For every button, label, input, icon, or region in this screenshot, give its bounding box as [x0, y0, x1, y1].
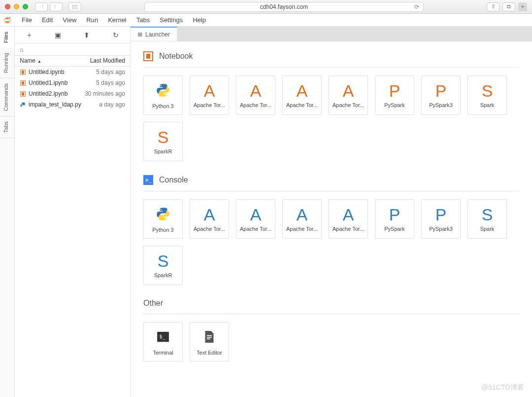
- kernel-glyph-icon: A: [343, 82, 354, 99]
- svg-point-9: [161, 85, 162, 86]
- new-folder-button[interactable]: ▣: [49, 31, 67, 39]
- side-tab-tabs[interactable]: Tabs: [0, 116, 14, 138]
- python-icon: [20, 102, 26, 108]
- launcher-card[interactable]: PPySpark3: [421, 199, 461, 239]
- col-modified[interactable]: Last Modified: [90, 57, 125, 64]
- terminal-icon: $_: [155, 328, 171, 347]
- notebook-section-icon: [143, 51, 153, 61]
- launcher-card[interactable]: SSpark: [467, 75, 507, 115]
- close-icon[interactable]: [5, 4, 10, 9]
- file-modified: 5 days ago: [96, 69, 125, 75]
- launcher-card[interactable]: SSparkR: [143, 246, 183, 285]
- svg-point-11: [161, 209, 162, 210]
- side-tab-running[interactable]: Running: [0, 48, 14, 78]
- kernel-glyph-icon: A: [297, 82, 308, 99]
- launcher-card[interactable]: AApache Tor...: [236, 75, 275, 115]
- svg-rect-16: [207, 337, 212, 338]
- launcher-card[interactable]: PPySpark: [375, 75, 414, 115]
- tab-bar: ▦ Launcher: [131, 27, 532, 41]
- browser-tools: ⇧ ⧉ +: [487, 2, 527, 11]
- console-section: >_ Console Python 3AApache Tor...AApache…: [143, 175, 519, 285]
- menu-run[interactable]: Run: [81, 14, 103, 26]
- launcher-card[interactable]: Text Editor: [190, 322, 229, 361]
- browser-chrome: 〈 〉 ▯▯ cdh04.fayson.com ⟳ ⇧ ⧉ +: [0, 0, 532, 14]
- file-item[interactable]: Untitled2.ipynb30 minutes ago: [15, 88, 130, 99]
- back-button[interactable]: 〈: [35, 2, 48, 11]
- share-icon[interactable]: ⇧: [487, 2, 499, 11]
- breadcrumb[interactable]: ⌂: [15, 43, 130, 55]
- notebook-icon: [20, 91, 26, 97]
- kernel-glyph-icon: S: [482, 206, 493, 223]
- card-label: Apache Tor...: [194, 102, 225, 108]
- reload-icon[interactable]: ⟳: [414, 3, 419, 10]
- file-name: Untitled.ipynb: [29, 69, 65, 75]
- window-controls: [5, 4, 28, 9]
- kernel-glyph-icon: A: [250, 82, 262, 99]
- launcher-card[interactable]: Python 3: [143, 75, 183, 115]
- file-item[interactable]: Untitled.ipynb5 days ago: [15, 67, 130, 77]
- launcher-card[interactable]: AApache Tor...: [190, 75, 229, 115]
- menu-file[interactable]: File: [17, 14, 37, 26]
- card-label: PySpark: [384, 226, 405, 232]
- section-title: Console: [159, 176, 188, 184]
- file-item[interactable]: impala_test_ldap.pya day ago: [15, 99, 130, 110]
- refresh-button[interactable]: ↻: [107, 31, 125, 39]
- kernel-glyph-icon: P: [389, 82, 400, 99]
- sidebar-toggle-icon[interactable]: ▯▯: [68, 2, 81, 11]
- side-tab-commands[interactable]: Commands: [0, 78, 14, 116]
- launcher-card[interactable]: SSpark: [467, 199, 507, 239]
- tab-launcher[interactable]: ▦ Launcher: [131, 27, 177, 41]
- svg-rect-5: [22, 81, 24, 85]
- menu-view[interactable]: View: [58, 14, 81, 26]
- launcher-card[interactable]: AApache Tor...: [329, 75, 368, 115]
- tabs-icon[interactable]: ⧉: [502, 2, 515, 11]
- launcher-card[interactable]: AApache Tor...: [190, 199, 229, 239]
- new-tab-button[interactable]: +: [518, 2, 527, 11]
- launcher-panel: Notebook Python 3AApache Tor...AApache T…: [131, 41, 532, 397]
- upload-button[interactable]: ⬆: [78, 31, 96, 39]
- launcher-card[interactable]: $_Terminal: [143, 322, 183, 361]
- notebook-icon: [20, 80, 26, 86]
- file-name: Untitled1.ipynb: [29, 79, 67, 86]
- launcher-card[interactable]: Python 3: [143, 199, 183, 239]
- minimize-icon[interactable]: [14, 4, 19, 9]
- file-item[interactable]: Untitled1.ipynb5 days ago: [15, 77, 130, 88]
- file-toolbar: + ▣ ⬆ ↻: [15, 27, 130, 43]
- menu-settings[interactable]: Settings: [155, 14, 188, 26]
- side-tab-files[interactable]: Files: [0, 27, 14, 48]
- svg-point-10: [165, 94, 166, 95]
- svg-point-1: [9, 16, 11, 18]
- text-editor-icon: [201, 328, 218, 347]
- card-label: Python 3: [152, 103, 173, 109]
- notebook-icon: [20, 69, 26, 75]
- kernel-glyph-icon: A: [250, 206, 262, 223]
- maximize-icon[interactable]: [23, 4, 28, 9]
- launcher-card[interactable]: PPySpark3: [421, 75, 461, 115]
- col-name[interactable]: Name▲: [20, 57, 41, 64]
- address-bar[interactable]: cdh04.fayson.com ⟳: [144, 2, 424, 12]
- launcher-card[interactable]: AApache Tor...: [282, 199, 322, 239]
- section-title: Notebook: [159, 52, 193, 61]
- card-label: Apache Tor...: [286, 102, 318, 108]
- kernel-glyph-icon: S: [158, 129, 169, 145]
- console-section-icon: >_: [143, 175, 153, 185]
- file-browser: + ▣ ⬆ ↻ ⌂ Name▲ Last Modified Untitled.i…: [15, 27, 131, 397]
- left-sidebar: FilesRunningCommandsTabs: [0, 27, 15, 397]
- launcher-card[interactable]: AApache Tor...: [282, 75, 322, 115]
- kernel-glyph-icon: A: [204, 206, 215, 223]
- card-label: Apache Tor...: [332, 102, 364, 108]
- launcher-card[interactable]: AApache Tor...: [236, 199, 275, 239]
- launcher-card[interactable]: PPySpark: [375, 199, 414, 239]
- svg-rect-3: [22, 71, 24, 74]
- menu-help[interactable]: Help: [188, 14, 211, 26]
- card-label: PySpark3: [429, 102, 453, 108]
- menu-kernel[interactable]: Kernel: [103, 14, 132, 26]
- menu-edit[interactable]: Edit: [37, 14, 58, 26]
- menu-tabs[interactable]: Tabs: [132, 14, 155, 26]
- svg-point-12: [165, 218, 166, 219]
- new-launcher-button[interactable]: +: [20, 31, 38, 39]
- launcher-card[interactable]: AApache Tor...: [329, 199, 368, 239]
- launcher-card[interactable]: SSparkR: [143, 122, 183, 161]
- forward-button[interactable]: 〉: [50, 2, 63, 11]
- file-name: Untitled2.ipynb: [29, 90, 67, 97]
